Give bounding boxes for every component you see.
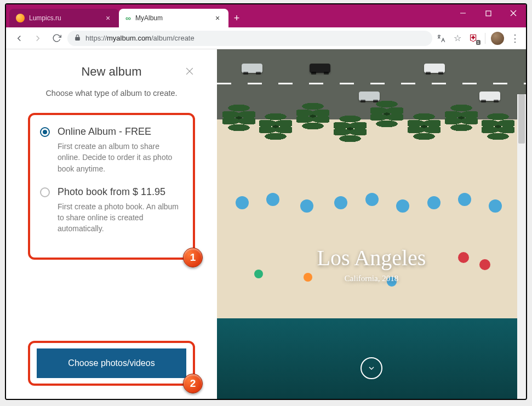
car	[242, 64, 262, 73]
hero-subtitle: California, 2018	[217, 274, 526, 283]
umbrella	[266, 193, 279, 206]
hero-title: Los Angeles	[217, 245, 526, 271]
titlebar: Lumpics.ru × ∞ MyAlbum × +	[6, 4, 526, 27]
window-controls	[450, 4, 526, 27]
favicon-lumpics	[16, 14, 25, 22]
lock-icon	[74, 34, 81, 43]
url-text: https://myalbum.com/album/create	[85, 34, 195, 42]
umbrella	[458, 193, 471, 206]
panel-header: New album	[28, 65, 195, 79]
url-field[interactable]: https://myalbum.com/album/create	[67, 31, 432, 46]
umbrella	[489, 199, 502, 213]
tab-close-icon[interactable]: ×	[213, 14, 222, 22]
minimize-button[interactable]	[450, 4, 476, 22]
tab-lumpics[interactable]: Lumpics.ru ×	[9, 9, 119, 27]
choose-photos-button[interactable]: Choose photos/videos	[37, 348, 186, 378]
star-icon[interactable]: ☆	[452, 33, 463, 44]
svg-rect-1	[486, 11, 491, 16]
panel-close-icon[interactable]	[184, 66, 195, 79]
cta-wrap: Choose photos/videos 2	[28, 341, 195, 386]
car	[424, 64, 445, 73]
close-button[interactable]	[501, 4, 526, 22]
new-tab-button[interactable]: +	[228, 9, 245, 27]
ublock-icon[interactable]: ⛨1	[468, 33, 479, 44]
maximize-button[interactable]	[476, 4, 501, 22]
menu-button[interactable]: ⋮	[510, 33, 520, 44]
option-title: Online Album - FREE	[58, 126, 183, 138]
address-bar: https://myalbum.com/album/create ☆ ⛨1 ⋮	[6, 27, 526, 49]
back-button[interactable]	[12, 31, 27, 46]
option-online-album[interactable]: Online Album - FREE First create an albu…	[40, 126, 183, 174]
profile-avatar[interactable]	[491, 32, 504, 45]
translate-icon[interactable]	[436, 33, 447, 44]
option-desc: First create a photo book. An album to s…	[58, 201, 183, 235]
page-content: New album Choose what type of album to c…	[6, 49, 526, 399]
album-type-options: Online Album - FREE First create an albu…	[28, 113, 195, 260]
option-title: Photo book from $ 11.95	[58, 186, 183, 198]
umbrella	[396, 199, 409, 213]
new-album-panel: New album Choose what type of album to c…	[6, 49, 217, 399]
divider	[485, 33, 485, 44]
umbrella	[236, 196, 249, 209]
umbrella	[365, 193, 379, 206]
forward-button[interactable]	[30, 31, 45, 46]
annotation-badge-1: 1	[183, 248, 203, 267]
album-preview: Los Angeles California, 2018	[217, 49, 526, 399]
umbrella	[334, 196, 347, 209]
tab-title: MyAlbum	[135, 14, 213, 22]
panel-subtitle: Choose what type of album to create.	[28, 89, 195, 98]
car	[310, 64, 330, 73]
browser-window: Lumpics.ru × ∞ MyAlbum × + https://myalb…	[5, 3, 527, 400]
radio-selected[interactable]	[40, 127, 50, 137]
panel-title: New album	[81, 65, 141, 79]
option-desc: First create an album to share online. D…	[58, 141, 183, 174]
umbrella	[300, 199, 313, 213]
scrollbar-thumb[interactable]	[518, 94, 525, 144]
hero-text: Los Angeles California, 2018	[217, 245, 526, 283]
tab-myalbum[interactable]: ∞ MyAlbum ×	[119, 9, 228, 27]
favicon-myalbum: ∞	[125, 14, 131, 22]
umbrella	[427, 196, 441, 209]
ublock-badge: 1	[476, 40, 480, 45]
radio-unselected[interactable]	[40, 187, 50, 197]
reload-button[interactable]	[49, 31, 64, 46]
scrollbar[interactable]	[517, 94, 526, 399]
palms	[217, 98, 526, 203]
option-photo-book[interactable]: Photo book from $ 11.95 First create a p…	[40, 186, 183, 235]
annotation-badge-2: 2	[183, 374, 203, 393]
tab-close-icon[interactable]: ×	[104, 14, 112, 22]
scroll-down-button[interactable]	[361, 357, 382, 379]
beach-scene	[217, 49, 526, 399]
extensions-area: ☆ ⛨1 ⋮	[436, 32, 520, 45]
tab-title: Lumpics.ru	[29, 14, 104, 22]
